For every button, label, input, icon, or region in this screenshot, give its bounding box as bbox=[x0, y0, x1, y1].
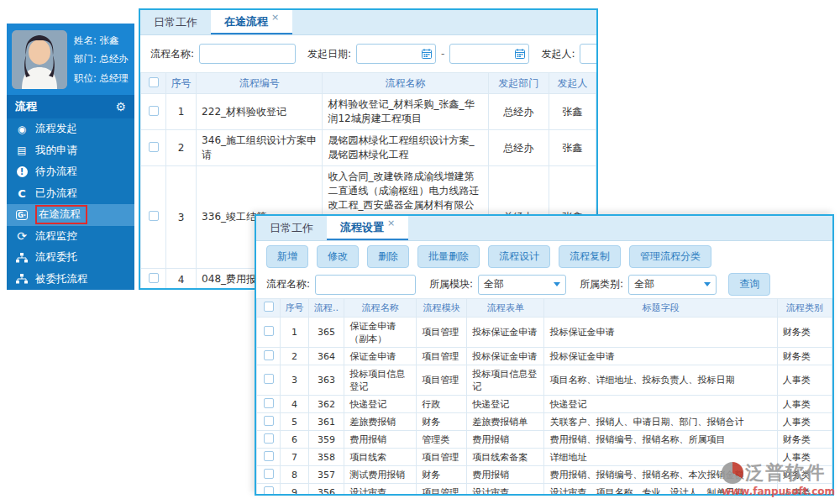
query-button[interactable]: 查询 bbox=[728, 273, 770, 296]
cell: 项目管理 bbox=[417, 365, 467, 396]
checkbox-cell bbox=[257, 466, 281, 484]
row-checkbox[interactable] bbox=[264, 451, 274, 461]
flow-settings-panel: 日常工作流程设置× 新增修改删除批量删除流程设计流程复制管理流程分类 流程名称:… bbox=[255, 214, 834, 496]
sidebar-item-label: 流程发起 bbox=[35, 122, 77, 136]
cell: 设计审查 bbox=[344, 484, 417, 496]
fanpu-logo-icon bbox=[722, 462, 743, 484]
row-checkbox[interactable] bbox=[264, 433, 274, 444]
column-header: 发起人 bbox=[549, 73, 596, 94]
calendar-icon[interactable] bbox=[515, 49, 525, 59]
toolbar-button-1[interactable]: 新增 bbox=[266, 245, 308, 268]
toolbar-button-6[interactable]: 流程复制 bbox=[559, 245, 621, 268]
cell: 差旅费报销单 bbox=[467, 413, 544, 431]
row-checkbox[interactable] bbox=[149, 211, 159, 221]
cell: 费用报销 bbox=[467, 466, 544, 484]
checkbox-cell bbox=[141, 130, 166, 166]
toolbar-button-4[interactable]: 批量删除 bbox=[417, 245, 480, 268]
cell: 362 bbox=[309, 396, 344, 413]
cell: 费用报销 bbox=[467, 431, 544, 449]
exclamation-icon: ! bbox=[15, 165, 29, 179]
sidebar-item-6[interactable]: ⟳流程监控 bbox=[7, 226, 134, 248]
panel1-tabbar: 日常工作在途流程× bbox=[140, 10, 596, 35]
row-checkbox[interactable] bbox=[149, 106, 159, 116]
row-checkbox[interactable] bbox=[149, 273, 159, 283]
flow-name-input[interactable] bbox=[315, 275, 416, 295]
row-checkbox[interactable] bbox=[264, 469, 274, 479]
sidebar-item-label: 在途流程 bbox=[35, 205, 87, 224]
close-icon[interactable]: × bbox=[271, 12, 279, 23]
chevron-down-icon bbox=[554, 282, 560, 286]
checkbox-cell bbox=[141, 94, 166, 130]
cell: 3 bbox=[166, 166, 197, 269]
table-header-row: 序号流程编号流程名称发起部门发起人 bbox=[141, 73, 596, 94]
cell: 9 bbox=[281, 484, 309, 496]
toolbar-button-3[interactable]: 删除 bbox=[367, 245, 409, 268]
cell: 项目管理 bbox=[417, 449, 467, 466]
cell: 项目名称、详细地址、投标负责人、投标日期 bbox=[544, 365, 777, 396]
cell: 365 bbox=[309, 318, 344, 348]
category-select[interactable]: 全部 bbox=[628, 275, 717, 295]
cell: 财务类 bbox=[777, 431, 832, 449]
table-row: 5361差旅费报销财务差旅费报销单关联客户、报销人、申请日期、部门、报销合计人事… bbox=[257, 413, 832, 431]
cell: 材料验收登记_材料采购_张鑫_华润12城房建工程项目 bbox=[323, 94, 488, 130]
cell: 张鑫 bbox=[549, 94, 596, 130]
row-checkbox[interactable] bbox=[149, 142, 159, 152]
toolbar-button-7[interactable]: 管理流程分类 bbox=[629, 245, 711, 268]
header-checkbox-cell bbox=[257, 299, 281, 318]
sidebar-item-1[interactable]: ◉流程发起 bbox=[7, 118, 134, 140]
avatar bbox=[12, 30, 67, 89]
cell: 差旅费报销 bbox=[344, 413, 417, 431]
row-checkbox[interactable] bbox=[264, 326, 274, 336]
sidebar-item-label: 被委托流程 bbox=[35, 272, 88, 286]
initiator-input[interactable] bbox=[580, 44, 598, 64]
checkbox-cell bbox=[141, 166, 166, 269]
flow-name-label: 流程名称: bbox=[266, 277, 310, 291]
row-checkbox[interactable] bbox=[264, 416, 274, 426]
sidebar-item-5[interactable]: G·在途流程 bbox=[7, 204, 134, 226]
cell: 总经办 bbox=[488, 94, 549, 130]
toolbar-button-2[interactable]: 修改 bbox=[317, 245, 359, 268]
cell: 管理类 bbox=[417, 431, 467, 449]
sidebar-item-8[interactable]: 被委托流程 bbox=[7, 269, 134, 291]
table-row: 1222_材料验收登记材料验收登记_材料采购_张鑫_华润12城房建工程项目总经办… bbox=[141, 94, 596, 130]
flow-name-input[interactable] bbox=[199, 44, 296, 64]
select-all-checkbox[interactable] bbox=[264, 302, 274, 312]
close-icon[interactable]: × bbox=[387, 218, 395, 228]
cell: 张鑫 bbox=[549, 130, 596, 166]
sidebar-section-title: 流程 bbox=[15, 99, 37, 114]
cell: 项目管理 bbox=[417, 318, 467, 348]
cell: 投标项目信息登记 bbox=[467, 365, 544, 396]
cell: 投标保证金申请 bbox=[467, 348, 544, 365]
panel1-tab-1[interactable]: 日常工作 bbox=[140, 10, 211, 34]
select-all-checkbox[interactable] bbox=[149, 77, 159, 87]
gear-icon[interactable]: ⚙ bbox=[115, 100, 126, 113]
sidebar-item-3[interactable]: !待办流程 bbox=[7, 161, 134, 183]
cell: 快递登记 bbox=[467, 396, 544, 413]
cell: 5 bbox=[281, 413, 309, 431]
panel1-tab-2[interactable]: 在途流程× bbox=[211, 10, 292, 34]
panel2-tab-1[interactable]: 日常工作 bbox=[256, 216, 327, 240]
sidebar-item-2[interactable]: ▤我的申请 bbox=[7, 140, 134, 162]
row-checkbox[interactable] bbox=[264, 486, 274, 496]
row-checkbox[interactable] bbox=[264, 350, 274, 360]
history-icon: C bbox=[15, 186, 29, 200]
table-row: 2364保证金申请项目管理投标保证金申请投标保证金申请财务类 bbox=[257, 348, 832, 365]
panel2-tab-2[interactable]: 流程设置× bbox=[327, 216, 408, 240]
toolbar-button-5[interactable]: 流程设计 bbox=[488, 245, 550, 268]
module-select[interactable]: 全部 bbox=[478, 275, 566, 295]
cell: 359 bbox=[309, 431, 344, 449]
table-row: 6359费用报销管理类费用报销费用报销、报销编号、报销名称、所属项目财务类 bbox=[257, 431, 832, 449]
row-checkbox[interactable] bbox=[264, 374, 274, 384]
table-row: 4362快递登记行政快递登记快递登记人事类 bbox=[257, 396, 832, 413]
sidebar-item-7[interactable]: 流程委托 bbox=[7, 247, 134, 269]
sidebar-item-4[interactable]: C已办流程 bbox=[7, 183, 134, 205]
user-title: 职位: 总经理 bbox=[74, 69, 129, 87]
table-row: 1365保证金申请（副本）项目管理投标保证金申请投标保证金申请财务类 bbox=[257, 318, 832, 348]
calendar-icon[interactable] bbox=[422, 49, 432, 59]
cell: 1 bbox=[281, 318, 309, 348]
cell: 财务 bbox=[417, 466, 467, 484]
row-checkbox[interactable] bbox=[264, 398, 274, 408]
column-header: 发起部门 bbox=[488, 73, 549, 94]
user-profile-card: 姓名: 张鑫 部门: 总经办 职位: 总经理 bbox=[7, 24, 134, 95]
checkbox-cell bbox=[141, 269, 166, 291]
